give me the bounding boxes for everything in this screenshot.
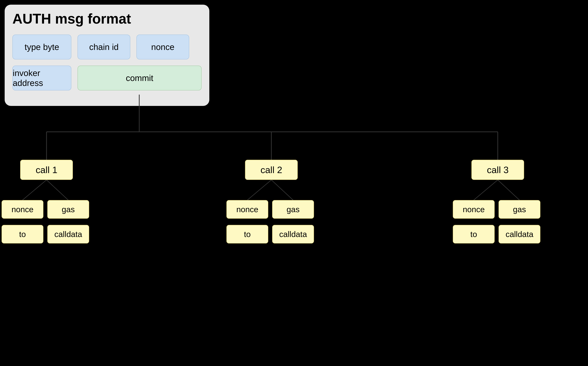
auth-row-2: invoker address commit — [12, 66, 202, 91]
svg-line-9 — [46, 180, 68, 200]
nonce-field-2: nonce — [226, 200, 268, 219]
gas-field-2: gas — [272, 200, 314, 219]
invoker-address-cell: invoker address — [12, 66, 71, 91]
auth-title: AUTH msg format — [12, 11, 202, 27]
auth-row-1: type byte chain id nonce — [12, 35, 202, 59]
chain-id-cell: chain id — [77, 35, 130, 59]
gas-field-1: gas — [47, 200, 89, 219]
to-field-2: to — [226, 225, 268, 244]
svg-line-11 — [271, 180, 293, 200]
nonce-top-cell: nonce — [136, 35, 189, 59]
call-1-box: call 1 — [20, 160, 73, 180]
gas-field-3: gas — [498, 200, 540, 219]
svg-line-8 — [23, 180, 46, 200]
to-field-1: to — [1, 225, 43, 244]
svg-line-12 — [474, 180, 498, 200]
calldata-field-1: calldata — [47, 225, 89, 244]
to-field-3: to — [453, 225, 495, 244]
commit-cell: commit — [77, 66, 202, 91]
svg-line-13 — [498, 180, 520, 200]
type-byte-cell: type byte — [12, 35, 71, 59]
auth-format-box: AUTH msg format type byte chain id nonce… — [5, 5, 209, 106]
call-3-box: call 3 — [471, 160, 524, 180]
calldata-field-2: calldata — [272, 225, 314, 244]
svg-line-10 — [247, 180, 271, 200]
calldata-field-3: calldata — [498, 225, 540, 244]
nonce-field-3: nonce — [453, 200, 495, 219]
call-2-box: call 2 — [245, 160, 298, 180]
nonce-field-1: nonce — [1, 200, 43, 219]
